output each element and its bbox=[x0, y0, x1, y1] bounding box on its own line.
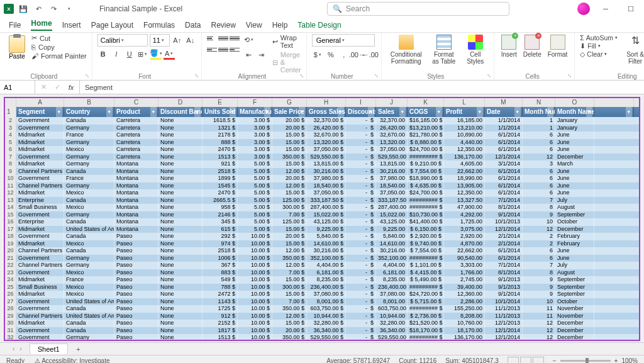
cell-profit[interactable]: 12,350.00 bbox=[444, 189, 485, 197]
cell-manufactur[interactable]: 3.00 $ bbox=[238, 131, 272, 139]
table-row[interactable]: 29 Channel Partners United States of Ame… bbox=[5, 313, 639, 320]
cell-sales[interactable]: 32,280.00 bbox=[376, 320, 408, 327]
row-header[interactable]: 8 bbox=[5, 160, 16, 168]
table-row[interactable]: 12 Midmarket Mexico Montana None 2470 $ … bbox=[5, 189, 639, 197]
cell-discount-band[interactable]: None bbox=[158, 255, 203, 262]
cell-sales[interactable]: 9,225.00 bbox=[376, 226, 408, 233]
cell-segment[interactable]: Channel Partners bbox=[16, 168, 64, 176]
cell-price[interactable]: 20.00 $ bbox=[272, 175, 307, 182]
cell-sales[interactable]: 15,022.00 bbox=[376, 211, 408, 219]
cell-product[interactable]: Montana bbox=[114, 218, 158, 226]
table-header-country[interactable]: Country bbox=[64, 107, 114, 117]
next-sheet-icon[interactable]: › bbox=[19, 345, 21, 352]
cell-sales[interactable]: 37,080.00 bbox=[376, 291, 408, 298]
cell-segment[interactable]: Midmarket bbox=[16, 160, 64, 168]
cell-cogs[interactable]: ######### $ bbox=[408, 204, 444, 211]
cell-segment[interactable]: Enterprise bbox=[16, 197, 64, 204]
cell-country[interactable]: Germany bbox=[64, 211, 114, 219]
cell-country[interactable]: Canada bbox=[64, 168, 114, 176]
cell-cogs[interactable]: $24,720.00 $ bbox=[408, 291, 444, 298]
table-row[interactable]: 9 Channel Partners Canada Montana None 2… bbox=[5, 168, 639, 176]
cell-month-name[interactable]: July bbox=[555, 197, 594, 204]
cell-units[interactable]: 974 $ bbox=[203, 240, 238, 248]
cell-country[interactable]: Mexico bbox=[64, 291, 114, 298]
row-header[interactable]: 25 bbox=[5, 284, 16, 291]
row-header[interactable]: 28 bbox=[5, 305, 16, 313]
cell-month-name[interactable]: February bbox=[555, 233, 594, 240]
redo-icon[interactable]: ↷ bbox=[48, 3, 59, 14]
formula-input[interactable]: Segment bbox=[80, 84, 644, 91]
cell-date[interactable]: 11/1/2013 bbox=[485, 305, 523, 313]
cell-sales[interactable]: 10,944.00 bbox=[376, 313, 408, 320]
cell-country[interactable]: Mexico bbox=[64, 240, 114, 248]
tab-table-design[interactable]: Table Design bbox=[297, 21, 341, 30]
tab-data[interactable]: Data bbox=[185, 21, 201, 30]
cell-gross[interactable]: 30,216.00 $ bbox=[307, 247, 346, 255]
cell-profit[interactable]: 18,170.00 bbox=[444, 327, 485, 335]
cell-product[interactable]: Carretera bbox=[114, 139, 158, 147]
fill-color-button[interactable]: 🪣 bbox=[150, 48, 162, 60]
tab-review[interactable]: Review bbox=[211, 21, 235, 30]
row-header[interactable]: 14 bbox=[5, 204, 16, 211]
cell-discounts[interactable]: - $ bbox=[346, 247, 376, 255]
cell-manufactur[interactable]: 3.00 $ bbox=[238, 125, 272, 132]
table-header-sales[interactable]: Sales bbox=[376, 107, 408, 117]
cell-manufactur[interactable]: 10.00 $ bbox=[238, 240, 272, 248]
cell-discount-band[interactable]: None bbox=[158, 298, 203, 306]
cell-discount-band[interactable]: None bbox=[158, 320, 203, 327]
cell-gross[interactable]: 4,404.00 $ bbox=[307, 262, 346, 269]
cell-discount-band[interactable]: None bbox=[158, 139, 203, 147]
cell-manufactur[interactable]: 5.00 $ bbox=[238, 211, 272, 219]
cell-month-number[interactable]: 10 bbox=[523, 298, 555, 306]
tab-help[interactable]: Help bbox=[272, 21, 288, 30]
cell-segment[interactable]: Channel Partners bbox=[16, 313, 64, 320]
cell-discounts[interactable]: - $ bbox=[346, 276, 376, 284]
cell-month-name[interactable]: December bbox=[555, 226, 594, 233]
table-row[interactable]: 27 Government United States of America P… bbox=[5, 298, 639, 306]
cell-cogs[interactable]: $ 9,740.00 $ bbox=[408, 240, 444, 248]
cell-product[interactable]: Paseo bbox=[114, 262, 158, 269]
cell-cogs[interactable]: $ 1,101.00 $ bbox=[408, 262, 444, 269]
cell-month-number[interactable]: 11 bbox=[523, 305, 555, 313]
cell-discount-band[interactable]: None bbox=[158, 313, 203, 320]
cell-sales[interactable]: 287,400.00 bbox=[376, 204, 408, 211]
cell-month-number[interactable]: 6 bbox=[523, 247, 555, 255]
increase-indent-icon[interactable]: ⇥ bbox=[256, 49, 267, 60]
cell-discount-band[interactable]: None bbox=[158, 125, 203, 132]
undo-icon[interactable]: ↶ bbox=[33, 3, 44, 14]
search-input[interactable]: 🔍 Search bbox=[327, 2, 509, 16]
cell-segment[interactable]: Government bbox=[16, 117, 64, 125]
cell-units[interactable]: 1143 $ bbox=[203, 298, 238, 306]
cell-sales[interactable]: 529,550.00 bbox=[376, 154, 408, 161]
cell-product[interactable]: Montana bbox=[114, 197, 158, 204]
cell-month-number[interactable]: 12 bbox=[523, 320, 555, 327]
cell-product[interactable]: Paseo bbox=[114, 276, 158, 284]
cell-sales[interactable]: 30,216.00 bbox=[376, 247, 408, 255]
cell-product[interactable]: Montana bbox=[114, 160, 158, 168]
cell-profit[interactable]: 1,766.00 bbox=[444, 269, 485, 277]
cell-month-name[interactable]: January bbox=[555, 117, 594, 125]
cell-discounts[interactable]: - $ bbox=[346, 117, 376, 125]
cell-discounts[interactable]: - $ bbox=[346, 334, 376, 341]
cell-units[interactable]: 615 $ bbox=[203, 226, 238, 233]
table-header-units-sold[interactable]: Units Sold bbox=[203, 107, 238, 117]
table-row[interactable]: 24 Midmarket France Paseo None 549 $ 10.… bbox=[5, 276, 639, 284]
column-header-G[interactable]: G bbox=[272, 98, 307, 107]
cell-month-name[interactable]: September bbox=[555, 291, 594, 298]
cell-discount-band[interactable]: None bbox=[158, 131, 203, 139]
cell-units[interactable]: 1006 $ bbox=[203, 255, 238, 262]
cell-units[interactable]: 345 $ bbox=[203, 218, 238, 226]
cell-date[interactable]: 2/1/2014 bbox=[485, 233, 523, 240]
cell-month-name[interactable]: November bbox=[555, 305, 594, 313]
accessibility-status[interactable]: ⚠ Accessibility: Investigate bbox=[35, 357, 110, 363]
column-header-C[interactable]: C bbox=[114, 98, 158, 107]
cell-gross[interactable]: 352,100.00 $ bbox=[307, 255, 346, 262]
cell-country[interactable]: Canada bbox=[64, 327, 114, 335]
cell-sales[interactable]: 6,181.00 bbox=[376, 269, 408, 277]
cell-date[interactable]: 6/1/2014 bbox=[485, 131, 523, 139]
cut-button[interactable]: ✂Cut bbox=[31, 34, 87, 42]
cell-gross[interactable]: 6,181.00 $ bbox=[307, 269, 346, 277]
cell-profit[interactable]: 155,250.00 bbox=[444, 305, 485, 313]
cell-price[interactable]: 12.00 $ bbox=[272, 262, 307, 269]
cell-manufactur[interactable]: 5.00 $ bbox=[238, 168, 272, 176]
